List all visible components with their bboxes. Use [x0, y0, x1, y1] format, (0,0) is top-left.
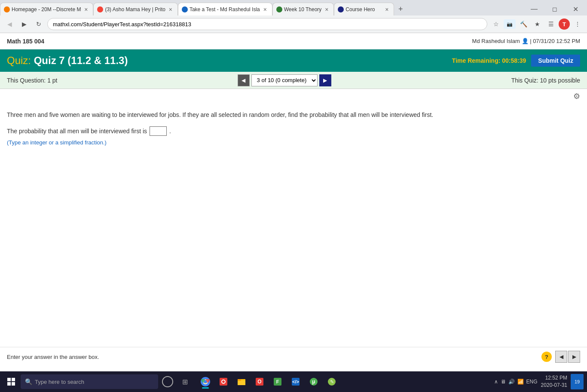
notification-button[interactable]: 19	[571, 374, 584, 389]
system-tray: ∧ 🖥 🔊 📶 ENG	[494, 379, 538, 385]
answer-hint-text: (Type an integer or a simplified fractio…	[7, 139, 107, 146]
back-button[interactable]: ◀	[3, 18, 15, 30]
course-name: Math 185 004	[7, 38, 44, 45]
cortana-button[interactable]	[160, 374, 175, 389]
tab-close-1[interactable]: ×	[83, 6, 89, 13]
svg-rect-7	[238, 380, 245, 385]
restore-button[interactable]: ◻	[545, 3, 565, 15]
taskbar-right: ∧ 🖥 🔊 📶 ENG 12:52 PM 2020-07-31 19	[494, 374, 584, 389]
bottom-prev-button[interactable]: ◀	[555, 351, 567, 363]
answer-hint: (Type an integer or a simplified fractio…	[7, 139, 580, 146]
this-quiz-label: This Quiz:	[511, 77, 538, 84]
question-selector[interactable]: 3 of 10 (0 complete)	[251, 74, 318, 86]
tab-take-test[interactable]: Take a Test - Md Rashedul Isla ×	[178, 3, 272, 15]
pin-icon	[219, 377, 228, 386]
svg-text:μ: μ	[312, 379, 315, 385]
quiz-name: Quiz 7 (11.2 & 11.3)	[34, 55, 128, 66]
datetime: 07/31/20 12:52 PM	[533, 38, 580, 44]
tab-coursehero[interactable]: Course Hero ×	[334, 3, 394, 15]
tab-label-5: Course Hero	[345, 6, 382, 12]
address-bar: ◀ ▶ ↻ ☆ 📷 🔨 ★ ☰ T ⋮	[0, 15, 587, 33]
task-view-icon: ⊞	[182, 378, 188, 386]
clock-date: 2020-07-31	[541, 382, 567, 389]
question-nav: This Question: 1 pt ◀ 3 of 10 (0 complet…	[0, 72, 587, 89]
taskbar-office[interactable]: O	[252, 374, 267, 389]
language-indicator: ENG	[526, 379, 538, 385]
next-question-button[interactable]: ▶	[319, 74, 331, 86]
minimize-button[interactable]: —	[524, 3, 544, 15]
tab-close-2[interactable]: ×	[167, 6, 174, 13]
tray-icon-3: 📶	[517, 379, 524, 385]
tab-label-1: Homepage - 20M --Discrete M	[12, 6, 81, 12]
quiz-title: Quiz: Quiz 7 (11.2 & 11.3)	[7, 55, 128, 67]
answer-input[interactable]	[150, 126, 167, 136]
cortana-icon	[162, 376, 173, 387]
svg-text:✎: ✎	[330, 379, 334, 384]
this-quiz: This Quiz: 10 pts possible	[511, 77, 580, 84]
profile-icon[interactable]: T	[559, 18, 570, 30]
tab-week10[interactable]: Week 10 Theory ×	[272, 3, 334, 15]
tab-favicon-2	[97, 6, 103, 12]
tab-close-5[interactable]: ×	[383, 6, 390, 13]
taskbar-chrome[interactable]	[198, 374, 213, 389]
clock-time: 12:52 PM	[541, 374, 567, 382]
tray-icon-1: 🖥	[501, 379, 506, 385]
svg-text:F: F	[276, 379, 279, 384]
taskbar-vscode[interactable]: </>	[288, 374, 303, 389]
taskbar-pin[interactable]	[216, 374, 231, 389]
tab-favicon-5	[338, 6, 344, 12]
taskbar-app8[interactable]: ✎	[324, 374, 339, 389]
chrome-icon	[201, 377, 210, 386]
username: Md Rashedul Islam	[472, 38, 520, 44]
svg-text:O: O	[257, 379, 261, 385]
tab-label-3: Take a Test - Md Rashedul Isla	[190, 6, 260, 12]
address-input[interactable]	[47, 18, 487, 30]
start-button[interactable]	[3, 374, 19, 389]
new-tab-button[interactable]: +	[394, 3, 407, 15]
bottom-nav-arrows: ◀ ▶	[555, 351, 580, 363]
notification-count: 19	[575, 379, 580, 384]
taskbar: 🔍 Type here to search ⊞	[0, 371, 587, 392]
settings-icon[interactable]: ⚙	[573, 92, 580, 101]
this-question-pts: 1 pt	[47, 77, 57, 84]
question-text: Three men and five women are waiting to …	[7, 110, 580, 119]
answer-prefix: The probability that all men will be int…	[7, 128, 147, 135]
reload-button[interactable]: ↻	[33, 18, 45, 30]
prev-question-button[interactable]: ◀	[238, 74, 250, 86]
tray-up-arrow[interactable]: ∧	[494, 379, 498, 385]
bookmark-icon[interactable]: ☆	[490, 18, 502, 30]
taskbar-bittorrent[interactable]: μ	[306, 374, 321, 389]
user-icon: 👤	[522, 38, 530, 44]
help-button[interactable]: ?	[541, 352, 552, 362]
office-icon: O	[255, 377, 264, 386]
search-placeholder: Type here to search	[35, 379, 84, 385]
svg-text:</>: </>	[292, 379, 299, 384]
bittorrent-icon: μ	[309, 377, 318, 386]
forward-button[interactable]: ▶	[18, 18, 30, 30]
extension-icon-3[interactable]: ★	[531, 18, 543, 30]
time-remaining: Time Remaining: 00:58:39	[452, 57, 526, 64]
browser-chrome: Homepage - 20M --Discrete M × (3) Asho M…	[0, 0, 587, 33]
clock: 12:52 PM 2020-07-31	[541, 374, 567, 389]
close-button[interactable]: ✕	[566, 3, 585, 15]
app8-icon: ✎	[327, 377, 336, 386]
menu-icon[interactable]: ⋮	[572, 18, 584, 30]
settings-row: ⚙	[0, 89, 587, 104]
this-question: This Question: 1 pt	[7, 77, 58, 84]
vscode-icon: </>	[291, 377, 300, 386]
extension-icon-1[interactable]: 📷	[504, 19, 516, 29]
extension-icon-4[interactable]: ☰	[545, 18, 557, 30]
task-view-button[interactable]: ⊞	[177, 374, 193, 389]
taskbar-search[interactable]: 🔍 Type here to search	[21, 374, 158, 389]
tab-close-4[interactable]: ×	[323, 6, 330, 13]
instruction-text: Enter your answer in the answer box.	[7, 354, 99, 360]
tab-close-3[interactable]: ×	[262, 6, 269, 13]
submit-quiz-button[interactable]: Submit Quiz	[531, 55, 580, 67]
extension-icon-2[interactable]: 🔨	[517, 18, 529, 30]
taskbar-green-app[interactable]: F	[270, 374, 285, 389]
bottom-next-button[interactable]: ▶	[568, 351, 580, 363]
tab-asho[interactable]: (3) Asho Mama Hey | Prito ×	[93, 3, 178, 15]
taskbar-explorer[interactable]	[234, 374, 249, 389]
tab-homepage[interactable]: Homepage - 20M --Discrete M ×	[0, 3, 93, 15]
tab-favicon-1	[4, 6, 10, 12]
